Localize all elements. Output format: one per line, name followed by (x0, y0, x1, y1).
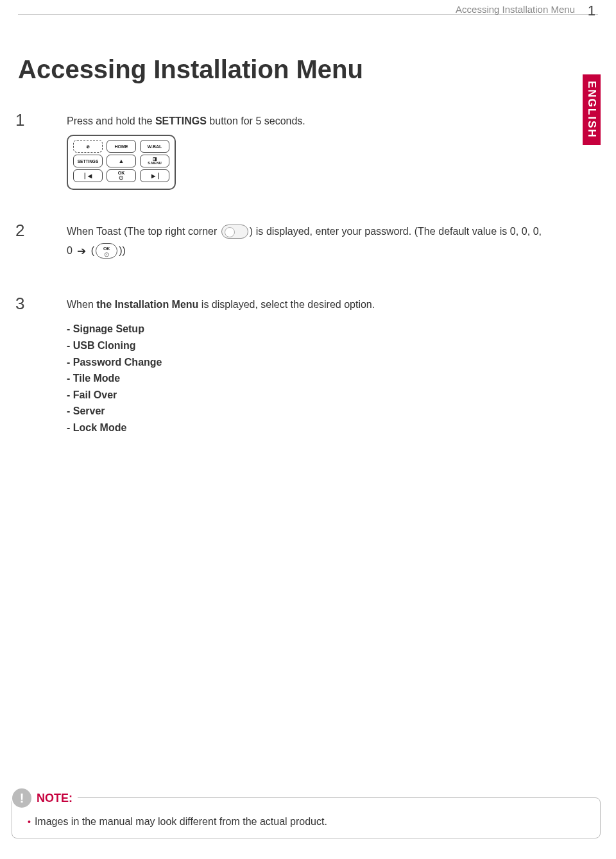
bullet-icon: • (28, 817, 31, 827)
remote-btn-ok: OK ⊙ (107, 169, 136, 182)
remote-btn-prev-icon (73, 169, 103, 182)
toast-icon (221, 225, 248, 239)
step-3: 3 When the Installation Menu is displaye… (15, 295, 542, 436)
step-text: is displayed, select the desired option. (198, 299, 375, 310)
menu-item: - Signage Setup (67, 321, 375, 337)
remote-btn-wbal: W.BAL (140, 140, 169, 153)
remote-btn-home: HOME (107, 140, 136, 153)
remote-btn-smenu: ◨ S.MENU (140, 155, 169, 167)
ok-text: OK (96, 246, 117, 251)
step-text: button for 5 seconds. (207, 115, 305, 126)
remote-row: OK ⊙ (73, 169, 169, 182)
next-icon (151, 173, 158, 179)
ok-dot-icon: ⊙ (119, 175, 124, 181)
remote-illustration: ⎚ HOME W.BAL SETTINGS ◨ S.MENU OK ⊙ (67, 135, 176, 190)
remote-btn-next-icon (140, 169, 169, 182)
step-1: 1 Press and hold the SETTINGS button for… (15, 112, 542, 131)
step-bold: SETTINGS (155, 115, 207, 126)
note-header: ! NOTE: (12, 788, 78, 808)
note-body: •Images in the manual may look different… (28, 816, 587, 828)
menu-item: - Server (67, 403, 375, 420)
note-label: NOTE: (37, 792, 73, 805)
smenu-square-icon: ◨ (153, 157, 157, 161)
ok-dot-icon: ⊙ (96, 251, 117, 258)
remote-btn-up-icon (107, 155, 136, 167)
up-arrow-icon (119, 158, 124, 164)
remote-row: ⎚ HOME W.BAL (73, 140, 169, 153)
step-body: When the Installation Menu is displayed,… (67, 295, 375, 436)
step-body: When Toast (The top right corner ) is di… (67, 222, 542, 261)
menu-list: - Signage Setup - USB Cloning - Password… (67, 321, 375, 436)
menu-item: - Lock Mode (67, 420, 375, 436)
step-text: ) (122, 245, 125, 256)
step-number: 1 (15, 112, 31, 128)
note-exclamation-icon: ! (12, 788, 31, 808)
note-box: ! NOTE: •Images in the manual may look d… (12, 797, 601, 838)
header-breadcrumb: Accessing Installation Menu (456, 4, 575, 15)
step-number: 2 (15, 222, 31, 239)
step-text: Press and hold the (67, 115, 155, 126)
step-bold: the Installation Menu (96, 299, 198, 310)
smenu-label: S.MENU (148, 162, 161, 166)
page-title: Accessing Installation Menu (18, 55, 363, 84)
remote-row: SETTINGS ◨ S.MENU (73, 155, 169, 167)
step-text: When Toast (The top right corner (67, 226, 220, 237)
step-2: 2 When Toast (The top right corner ) is … (15, 222, 542, 261)
step-number: 3 (15, 295, 31, 312)
menu-item: - Fail Over (67, 387, 375, 404)
note-text: Images in the manual may look different … (35, 816, 327, 827)
ok-button-icon: OK⊙ (96, 243, 117, 259)
remote-btn-picture-icon: ⎚ (73, 140, 103, 153)
step-text: When (67, 299, 96, 310)
menu-item: - Tile Mode (67, 370, 375, 387)
remote-btn-settings: SETTINGS (73, 155, 103, 167)
arrow-right-icon: ➔ (77, 246, 86, 257)
menu-item: - USB Cloning (67, 337, 375, 354)
language-tab: ENGLISH (583, 74, 601, 145)
step-body: Press and hold the SETTINGS button for 5… (67, 112, 305, 131)
prev-icon (85, 173, 91, 179)
page-number-top: 1 (588, 3, 595, 19)
menu-item: - Password Change (67, 354, 375, 371)
